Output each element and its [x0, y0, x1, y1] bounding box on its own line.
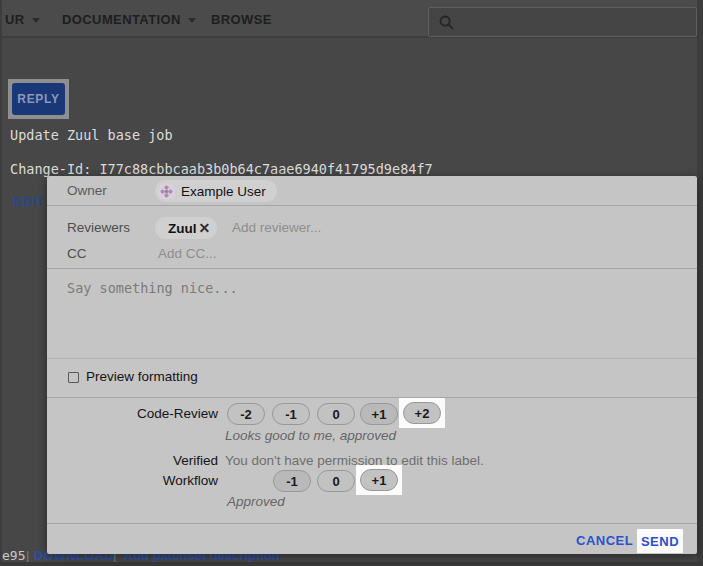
preview-formatting-checkbox[interactable]: [68, 372, 79, 383]
reply-button-highlight: REPLY: [8, 79, 69, 119]
code-review-minus2-button[interactable]: -2: [227, 403, 265, 425]
code-review-plus2-highlight: +2: [399, 398, 445, 428]
nav-item-documentation-label: DOCUMENTATION: [62, 12, 181, 27]
cancel-button[interactable]: CANCEL: [576, 533, 633, 548]
nav-item-documentation[interactable]: DOCUMENTATION: [62, 0, 196, 38]
patchset-hash-fragment: e95: [2, 548, 25, 563]
edit-link[interactable]: EDIT: [13, 194, 44, 209]
chevron-down-icon: [188, 18, 196, 23]
reply-message-textarea[interactable]: Say something nice...: [47, 269, 697, 358]
nav-item-browse-label: BROWSE: [211, 12, 272, 27]
footer-separator: |: [26, 548, 29, 563]
commit-title-line: Update Zuul base job: [10, 127, 173, 143]
workflow-plus1-highlight: +1: [356, 465, 402, 495]
nav-item-ur-label: UR: [5, 12, 25, 27]
code-review-plus2-button[interactable]: +2: [403, 402, 441, 424]
verified-permission-message: You don't have permission to edit this l…: [225, 453, 484, 468]
owner-name: Example User: [181, 184, 266, 199]
avatar-identicon: [158, 183, 175, 200]
owner-label: Owner: [67, 183, 107, 198]
window-bottom-edge: [0, 562, 703, 566]
reviewer-name: Zuul: [168, 221, 197, 236]
verified-label: Verified: [47, 453, 218, 468]
add-reviewer-field[interactable]: Add reviewer...: [232, 220, 321, 235]
code-review-label: Code-Review: [47, 406, 218, 421]
message-placeholder: Say something nice...: [67, 280, 238, 296]
cc-label: CC: [67, 246, 87, 261]
chevron-down-icon: [32, 18, 40, 23]
reviewer-chip-zuul[interactable]: Zuul ✕: [155, 217, 217, 239]
nav-item-browse[interactable]: BROWSE: [211, 0, 272, 38]
search-input[interactable]: [428, 7, 697, 37]
workflow-plus1-button[interactable]: +1: [360, 469, 398, 491]
divider: [47, 358, 697, 359]
nav-item-ur[interactable]: UR: [5, 0, 40, 38]
gerrit-change-screen: UR DOCUMENTATION BROWSE REPLY Update Zuu…: [0, 0, 703, 566]
send-button-highlight: SEND: [637, 529, 683, 553]
search-icon: [438, 14, 455, 31]
divider: [47, 205, 697, 206]
code-review-plus1-button[interactable]: +1: [360, 403, 398, 425]
code-review-zero-button[interactable]: 0: [317, 403, 355, 425]
code-review-minus1-button[interactable]: -1: [272, 403, 310, 425]
workflow-minus1-button[interactable]: -1: [273, 470, 311, 492]
top-header-bar: UR DOCUMENTATION BROWSE: [0, 0, 703, 38]
change-id-line: Change-Id: I77c88cbbcaab3b0b64c7aae6940f…: [10, 161, 433, 177]
owner-chip: Example User: [155, 180, 277, 202]
reply-button[interactable]: REPLY: [12, 83, 65, 115]
window-left-edge: [0, 0, 2, 566]
workflow-label: Workflow: [47, 473, 218, 488]
window-right-edge: [697, 0, 703, 566]
remove-reviewer-icon[interactable]: ✕: [199, 220, 211, 236]
code-review-description: Looks good to me, approved: [225, 428, 396, 443]
add-cc-field[interactable]: Add CC...: [158, 246, 217, 261]
workflow-description: Approved: [227, 494, 285, 509]
divider: [47, 523, 697, 524]
reply-dialog: Owner Example User Reviewers Zuul ✕ Add …: [47, 176, 697, 554]
preview-formatting-label: Preview formatting: [86, 369, 198, 384]
workflow-zero-button[interactable]: 0: [317, 470, 355, 492]
reviewers-label: Reviewers: [67, 220, 130, 235]
send-button[interactable]: SEND: [641, 534, 679, 549]
divider: [47, 397, 697, 398]
